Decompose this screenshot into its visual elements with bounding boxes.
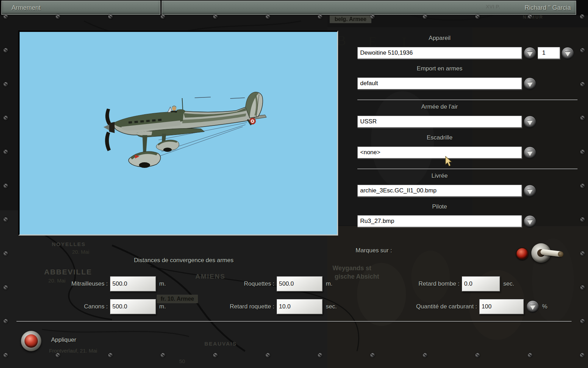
appareil-dropdown[interactable]: Dewoitine 510,1936 (357, 47, 522, 59)
roquettes-label: Roquettes : (181, 280, 274, 287)
frame-screw-icon (318, 14, 322, 19)
retard-roquette-input[interactable]: 10.0 (276, 299, 323, 314)
frame-screw-icon (4, 285, 8, 290)
propeller (104, 109, 115, 151)
appareil-count-box[interactable]: 1 (538, 47, 560, 59)
marques-toggle-switch[interactable] (531, 243, 570, 264)
wheel-spat-front (128, 151, 160, 168)
escadrille-dropdown[interactable]: <none> (357, 146, 522, 158)
frame-screw-icon (4, 217, 8, 222)
arrow-down-icon (527, 52, 533, 56)
carburant-input[interactable]: 100 (479, 299, 524, 314)
appareil-count-arrow[interactable] (561, 47, 574, 60)
arrow-down-icon (530, 305, 536, 310)
roquettes-field: Roquettes : 500.0 m. (181, 276, 332, 292)
armee-label: Armée de l'air (357, 103, 522, 110)
separator (357, 169, 578, 169)
armee-value: USSR (360, 118, 377, 125)
retard-bombe-label: Retard bombe : (366, 280, 460, 287)
frame-screw-icon (580, 184, 585, 188)
retard-roquette-label: Retard roquette : (181, 303, 274, 310)
frame-screw-icon (4, 116, 8, 120)
frame-screw-icon (475, 353, 480, 357)
carburant-label: Quantité de carburant : (366, 303, 477, 310)
mitrailleuses-input[interactable]: 500.0 (110, 276, 156, 292)
livree-dropdown-arrow[interactable] (524, 185, 536, 197)
frame-screw-icon (528, 353, 532, 357)
arrow-down-icon (527, 151, 533, 156)
livree-label: Livrée (357, 172, 522, 179)
tab-armement[interactable]: Armement (1, 1, 160, 15)
pilote-dropdown[interactable]: Ru3_27.bmp (357, 215, 522, 227)
apply-button[interactable] (21, 331, 41, 351)
arrow-down-icon (565, 52, 570, 56)
frame-screw-icon (580, 285, 585, 290)
carburant-field: Quantité de carburant : 100 % (366, 299, 547, 315)
emport-label: Emport en armes (357, 65, 522, 72)
retard-bombe-field: Retard bombe : 0.0 sec. (366, 276, 514, 292)
frame-screw-icon (580, 150, 585, 154)
frame-screw-icon (580, 48, 585, 53)
armee-dropdown-arrow[interactable] (524, 116, 536, 128)
mitrailleuses-unit: m. (159, 280, 166, 287)
map-label: Frontverlauf, 21. Mai (49, 348, 97, 354)
frame-screw-icon (213, 14, 218, 19)
frame-screw-icon (161, 14, 165, 19)
map-label: NAMUR (523, 15, 544, 20)
frame-screw-icon (423, 353, 427, 357)
pilot-name-label: Richard '' Garcia (525, 4, 571, 12)
emport-value: default (360, 80, 378, 87)
frame-screw-icon (56, 14, 60, 19)
armee-dropdown[interactable]: USSR (357, 116, 522, 128)
frame-screw-icon (213, 353, 218, 357)
map-label: belg. Armee (330, 15, 371, 23)
frame-screw-icon (4, 353, 8, 357)
arrow-down-icon (527, 82, 533, 87)
aircraft-preview-panel[interactable] (18, 30, 338, 236)
mitrailleuses-field: Mitrailleuses : 500.0 m. (14, 276, 166, 292)
roquettes-input[interactable]: 500.0 (276, 276, 323, 292)
wheel-spat-rear (156, 140, 179, 152)
appareil-value: Dewoitine 510,1936 (360, 49, 413, 56)
arrow-down-icon (527, 121, 533, 125)
pilote-value: Ru3_27.bmp (360, 218, 394, 225)
escadrille-dropdown-arrow[interactable] (524, 146, 536, 159)
retard-bombe-input[interactable]: 0.0 (462, 276, 500, 292)
aircraft-image (20, 32, 337, 234)
separator (16, 321, 572, 322)
frame-screw-icon (580, 14, 584, 19)
frame-screw-icon (56, 353, 60, 357)
frame-screw-icon (423, 14, 427, 19)
frame-screw-icon (108, 353, 113, 357)
arrow-down-icon (527, 220, 533, 225)
mitrailleuses-label: Mitrailleuses : (14, 280, 108, 287)
tab-pilot-name[interactable]: Richard '' Garcia (162, 1, 576, 15)
emport-dropdown[interactable]: default (357, 77, 522, 89)
frame-screw-icon (580, 319, 585, 323)
pilote-dropdown-arrow[interactable] (524, 215, 536, 228)
map-label: ABBEVILLE (44, 268, 92, 276)
frame-screw-icon (4, 184, 8, 188)
map-label: 20. Mai (72, 249, 89, 255)
emport-dropdown-arrow[interactable] (524, 77, 536, 90)
frame-screw-icon (4, 14, 8, 19)
canons-input[interactable]: 500.0 (110, 299, 156, 314)
livree-dropdown[interactable]: archie_3Esc.GC_II1_00.bmp (357, 185, 522, 197)
armament-screen: NOYELLES 20. Mai ABBEVILLE 20. Mai AMIEN… (0, 0, 588, 368)
appareil-label: Appareil (357, 35, 522, 42)
frame-screw-icon (266, 14, 270, 19)
map-label: NOYELLES (52, 241, 86, 247)
frame-screw-icon (4, 319, 8, 323)
frame-screw-icon (161, 353, 165, 357)
pilote-label: Pilote (357, 203, 522, 210)
frame-screw-icon (475, 14, 480, 19)
frame-screw-icon (4, 48, 8, 53)
frame-screw-icon (266, 353, 270, 357)
carburant-arrow[interactable] (526, 300, 539, 313)
appareil-dropdown-arrow[interactable] (524, 47, 536, 60)
canons-label: Canons : (14, 303, 108, 310)
apply-label: Appliquer (51, 336, 76, 343)
mouse-cursor (445, 156, 454, 167)
frame-screw-icon (580, 353, 584, 357)
frame-screw-icon (4, 150, 8, 154)
